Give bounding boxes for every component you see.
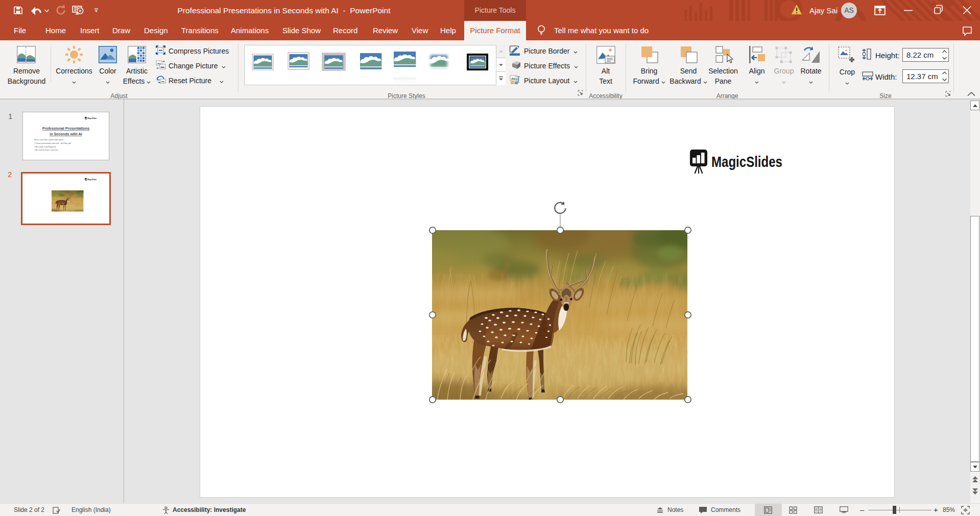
svg-text:• No need to learn a new tool: • No need to learn a new tool <box>34 149 58 151</box>
svg-text:in Seconds with AI: in Seconds with AI <box>50 132 82 136</box>
svg-text:• No Credit Card Required: • No Credit Card Required <box>34 146 56 148</box>
svg-text:Never start from a blank slide: Never start from a blank slide again. <box>34 139 64 141</box>
svg-text:• Create presentation from tex: • Create presentation from text, YouTube… <box>34 142 71 144</box>
svg-text:Professional Presentations: Professional Presentations <box>42 126 90 131</box>
svg-text:MagicSlides: MagicSlides <box>711 154 782 170</box>
